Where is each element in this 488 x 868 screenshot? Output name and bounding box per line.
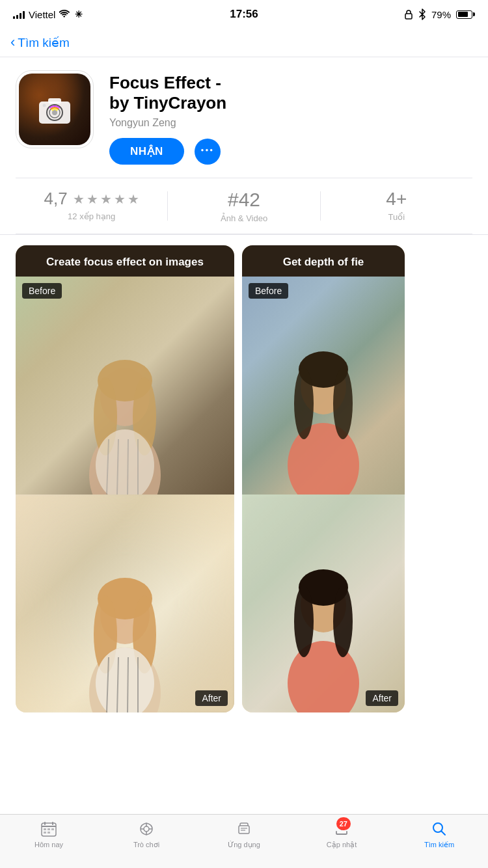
screenshot-header-2: Get depth of fie	[242, 245, 405, 277]
star-2: ★	[87, 191, 98, 207]
svg-point-6	[43, 104, 46, 107]
bluetooth-icon	[418, 8, 426, 20]
back-chevron-icon: ‹	[10, 35, 15, 49]
app-author: Yongyun Zeng	[109, 117, 472, 129]
before-label-1: Before	[22, 283, 62, 299]
tab-games[interactable]: Trò chơi	[98, 820, 195, 849]
screenshots-scroll[interactable]: Create focus effect on images Before	[0, 245, 488, 712]
rating-value: 4,7	[44, 189, 68, 209]
app-header: Focus Effect - by TinyCrayon Yongyun Zen…	[0, 57, 488, 178]
person-before-2	[265, 338, 382, 495]
svg-point-30	[294, 368, 314, 439]
more-dots-icon: ●●●	[201, 147, 215, 153]
svg-point-31	[333, 368, 353, 439]
tab-updates-label: Cập nhật	[327, 841, 357, 849]
tab-apps-icon	[235, 820, 253, 838]
app-title: Focus Effect - by TinyCrayon	[109, 73, 472, 113]
svg-rect-0	[405, 14, 412, 19]
screenshot-card-1: Create focus effect on images Before	[16, 245, 234, 712]
tab-apps[interactable]: Ứng dụng	[195, 820, 293, 849]
stats-row: 4,7 ★ ★ ★ ★ ★ 12 xếp hạng #42 Ảnh & Vide…	[16, 178, 472, 234]
svg-point-27	[288, 423, 359, 495]
screenshot-body-1: Before	[16, 277, 234, 712]
tab-search[interactable]: Tìm kiếm	[390, 820, 488, 849]
rank-category: Ảnh & Video	[221, 213, 267, 223]
svg-line-55	[442, 832, 446, 835]
age-value: 4+	[386, 189, 407, 210]
signal-bars	[13, 10, 25, 19]
stat-rank: #42 Ảnh & Video	[168, 189, 319, 223]
tab-updates-icon: 27	[332, 820, 351, 838]
status-bar: Viettel ✳ 17:56 79%	[0, 0, 488, 29]
svg-rect-43	[51, 828, 54, 830]
main-content: Viettel ✳ 17:56 79%	[0, 0, 488, 778]
updates-badge: 27	[336, 817, 351, 830]
camera-icon	[35, 90, 74, 129]
svg-point-36	[333, 586, 353, 657]
tab-apps-label: Ứng dụng	[228, 841, 260, 849]
tab-search-icon	[430, 820, 448, 838]
svg-line-25	[128, 657, 128, 712]
loading-icon: ✳	[75, 9, 83, 20]
rank-value: #42	[228, 189, 260, 211]
more-button[interactable]: ●●●	[195, 139, 221, 165]
back-label: Tìm kiếm	[18, 35, 70, 50]
svg-rect-42	[47, 828, 50, 830]
stat-age: 4+ Tuổi	[321, 189, 472, 223]
person-before-1	[60, 345, 190, 495]
age-label: Tuổi	[388, 212, 405, 222]
star-5: ★	[128, 191, 139, 207]
person-after-2	[265, 556, 382, 712]
svg-rect-41	[44, 828, 46, 830]
stat-rating: 4,7 ★ ★ ★ ★ ★ 12 xếp hạng	[16, 189, 167, 223]
svg-rect-39	[44, 822, 46, 825]
svg-rect-40	[52, 822, 53, 825]
svg-point-35	[294, 586, 314, 657]
screenshot-card-2: Get depth of fie Before	[242, 245, 405, 712]
app-actions: NHẬN ●●●	[109, 138, 472, 165]
carrier-label: Viettel	[29, 9, 55, 20]
nav-bar: ‹ Tìm kiếm	[0, 29, 488, 57]
app-info: Focus Effect - by TinyCrayon Yongyun Zen…	[109, 70, 472, 165]
tab-today-icon	[40, 820, 58, 838]
rating-count: 12 xếp hạng	[68, 211, 115, 221]
status-right: 79%	[404, 8, 475, 20]
back-button[interactable]: ‹ Tìm kiếm	[10, 35, 70, 50]
tab-today[interactable]: Hôm nay	[0, 820, 98, 848]
tab-updates[interactable]: 27 Cập nhật	[293, 820, 390, 849]
before-label-2: Before	[249, 283, 288, 299]
screenshots-section: Create focus effect on images Before	[0, 234, 488, 712]
svg-rect-38	[42, 826, 56, 827]
star-4: ★	[114, 191, 126, 207]
tab-search-label: Tìm kiếm	[424, 841, 454, 849]
svg-rect-44	[44, 832, 46, 834]
stars-display: ★ ★ ★ ★ ★	[73, 191, 139, 207]
tab-bar: Hôm nay Trò chơi Ứng dụng	[0, 814, 488, 868]
svg-rect-2	[48, 98, 61, 103]
svg-line-15	[128, 439, 128, 495]
wifi-icon	[59, 10, 71, 19]
svg-rect-45	[47, 832, 50, 834]
star-3: ★	[100, 191, 112, 207]
battery-percent: 79%	[431, 9, 451, 20]
svg-point-46	[144, 826, 149, 832]
app-icon-wrapper	[16, 70, 94, 148]
lock-icon	[404, 9, 413, 20]
svg-rect-51	[239, 826, 249, 834]
after-label-1: After	[195, 690, 228, 706]
tab-today-label: Hôm nay	[34, 841, 63, 848]
battery-icon	[456, 10, 475, 19]
tab-games-label: Trò chơi	[133, 841, 159, 849]
status-left: Viettel ✳	[13, 9, 83, 20]
app-icon	[19, 74, 90, 145]
person-after-1	[60, 563, 190, 712]
star-1: ★	[73, 191, 85, 207]
time-display: 17:56	[230, 8, 258, 21]
tab-games-icon	[137, 820, 156, 838]
screenshot-body-2: Before	[242, 277, 405, 712]
get-button[interactable]: NHẬN	[109, 138, 184, 165]
svg-point-32	[288, 641, 359, 712]
screenshot-header-1: Create focus effect on images	[16, 245, 234, 277]
after-label-2: After	[366, 690, 398, 706]
